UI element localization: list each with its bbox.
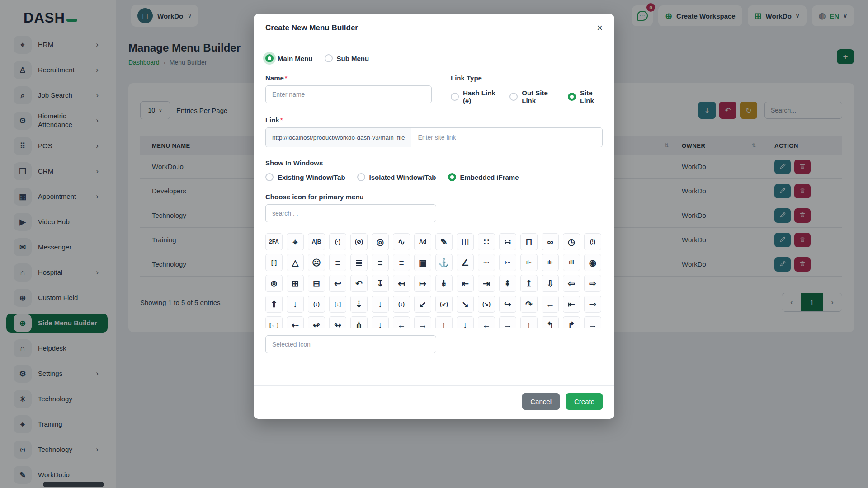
radio-isolated-window-tab[interactable]: Isolated Window/Tab — [357, 173, 436, 181]
icon-arrow-left-bar[interactable]: ⇤ — [563, 296, 580, 313]
icon-arrow-forward-up[interactable]: ↷ — [520, 296, 538, 313]
icon-arrow-big-right[interactable]: ⇨ — [584, 275, 601, 292]
radio-circle-icon — [265, 173, 274, 181]
icon-arrow-move-down[interactable]: ↓ — [372, 316, 389, 328]
menu-name-input[interactable] — [265, 85, 432, 103]
link-label: Link* — [265, 116, 603, 124]
icon-arrow-bar-to-left[interactable]: ⇤ — [457, 275, 474, 292]
icon-align-justified[interactable]: ≣ — [350, 254, 368, 271]
icon-aperture[interactable]: ◉ — [584, 254, 601, 271]
icon-arrow-bar-up[interactable]: ↥ — [520, 275, 538, 292]
radio-site-link[interactable]: Site Link — [568, 89, 603, 104]
icon-ambulance[interactable]: ▣ — [414, 254, 431, 271]
icon-arrow-ramp-left[interactable]: ↰ — [542, 316, 559, 328]
icon-arrow-bar-right[interactable]: ↦ — [414, 275, 431, 292]
icon-adjustments-horizontal[interactable]: ∺ — [499, 233, 516, 250]
icon-apple[interactable]: ⊚ — [265, 275, 283, 292]
icon-arrow-move-left[interactable]: ← — [393, 316, 410, 328]
name-field-group: Name* — [265, 74, 432, 104]
icon-alien[interactable]: ☹ — [308, 254, 325, 271]
icon-apps[interactable]: ⊞ — [287, 275, 304, 292]
icon-arrow-forward[interactable]: ↪ — [499, 296, 516, 313]
radio-hash-link[interactable]: Hash Link (#) — [451, 89, 498, 104]
icon-arrow-left-tail[interactable]: ⇠ — [287, 316, 304, 328]
icon-arrow-ramp-right[interactable]: ↱ — [563, 316, 580, 328]
icon-arrow-down-left-circle[interactable]: (↙) — [435, 296, 453, 313]
icon-arrow-narrow-up[interactable]: ↑ — [520, 316, 538, 328]
icon-arrow-narrow-right[interactable]: → — [499, 316, 516, 328]
radio-out-site-link[interactable]: Out Site Link — [509, 89, 556, 104]
icon-arrow-narrow-down[interactable]: ↓ — [457, 316, 474, 328]
icon-antenna-bars-2[interactable]: ı··· — [499, 254, 516, 271]
icon-antenna-bars-1[interactable]: ···· — [478, 254, 495, 271]
icon-access-point-off[interactable]: (⊘) — [350, 233, 368, 250]
icon-adjustments[interactable]: ∣∣∣ — [457, 233, 474, 250]
icon-arrow-big-up[interactable]: ⇧ — [265, 296, 283, 313]
icon-arrow-left[interactable]: ← — [542, 296, 559, 313]
icon-arrow-bar-down[interactable]: ↧ — [372, 275, 389, 292]
icon-affiliate[interactable]: ∞ — [542, 233, 559, 250]
icon-arrow-move-up[interactable]: ↑ — [435, 316, 453, 328]
icon-archive[interactable]: ⊟ — [308, 275, 325, 292]
icon-arrow-loop-left[interactable]: ↫ — [308, 316, 325, 328]
icon-arrow-back[interactable]: ↩ — [329, 275, 346, 292]
icon-ad[interactable]: Ad — [414, 233, 431, 250]
icon-ad-2[interactable]: ✎ — [435, 233, 453, 250]
icon-arrow-bar-left[interactable]: ↤ — [393, 275, 410, 292]
icon-antenna-bars-4[interactable]: ılı· — [542, 254, 559, 271]
icon-arrow-bottom-tail[interactable]: ⇣ — [350, 296, 368, 313]
icon-aerial-lift[interactable]: ⊓ — [520, 233, 538, 250]
icon-angle[interactable]: ∠ — [457, 254, 474, 271]
icon-alert-triangle[interactable]: △ — [287, 254, 304, 271]
icon-align-left[interactable]: ≡ — [372, 254, 389, 271]
icon-anchor[interactable]: ⚓ — [435, 254, 453, 271]
icon-arrow-bottom-bar[interactable]: ↓ — [287, 296, 304, 313]
icon-accessible[interactable]: ◎ — [372, 233, 389, 250]
link-type-radios: Hash Link (#) Out Site Link Site Link — [451, 89, 603, 104]
icon-align-right[interactable]: ≡ — [393, 254, 410, 271]
icon-arrow-big-down[interactable]: ⇩ — [542, 275, 559, 292]
cancel-button[interactable]: Cancel — [522, 393, 560, 410]
icon-arrow-bar-to-down[interactable]: ⇟ — [435, 275, 453, 292]
icon-arrow-down-right[interactable]: ↘ — [457, 296, 474, 313]
icon-alert-octagon[interactable]: [!] — [265, 254, 283, 271]
icon-arrow-down-left[interactable]: ↙ — [414, 296, 431, 313]
icon-arrow-down-right-circle[interactable]: (↘) — [478, 296, 495, 313]
icon-arrow-narrow-left[interactable]: ← — [478, 316, 495, 328]
radio-embedded-iframe[interactable]: Embedded iFrame — [448, 173, 519, 181]
icon-arrow-big-left[interactable]: ⇦ — [563, 275, 580, 292]
icon-focus-auto[interactable]: ⌖ — [287, 233, 304, 250]
icon-arrow-bar-to-right[interactable]: ⇥ — [478, 275, 495, 292]
icon-adjustments-alt[interactable]: ∷ — [478, 233, 495, 250]
icon-arrow-bar-to-up[interactable]: ⇞ — [499, 275, 516, 292]
icon-alert-circle[interactable]: (!) — [584, 233, 601, 250]
icon-access-point[interactable]: (·) — [329, 233, 346, 250]
icon-antenna-bars-3[interactable]: ıl·· — [520, 254, 538, 271]
icon-a-b[interactable]: A|B — [308, 233, 325, 250]
icon-antenna-bars-5[interactable]: ılll — [563, 254, 580, 271]
icon-arrow-down[interactable]: ↓ — [372, 296, 389, 313]
icon-arrow-back-up[interactable]: ↶ — [350, 275, 368, 292]
site-link-input[interactable] — [411, 128, 602, 147]
icon-arrow-loop-right[interactable]: ↬ — [329, 316, 346, 328]
icon-arrow-left-circle[interactable]: ⊸ — [584, 296, 601, 313]
radio-sub-menu[interactable]: Sub Menu — [325, 54, 369, 62]
icon-2fa[interactable]: 2FA — [265, 233, 283, 250]
icon-arrow-left-square[interactable]: [←] — [265, 316, 283, 328]
icon-alarm[interactable]: ◷ — [563, 233, 580, 250]
close-button[interactable]: × — [597, 23, 603, 33]
icon-search-input[interactable] — [265, 204, 436, 222]
create-button[interactable]: Create — [566, 393, 603, 410]
radio-existing-window-tab[interactable]: Existing Window/Tab — [265, 173, 345, 181]
icon-arrow-merge[interactable]: ⋔ — [350, 316, 368, 328]
icon-arrow-bottom-square[interactable]: [↓] — [329, 296, 346, 313]
icon-align-center[interactable]: ≡ — [329, 254, 346, 271]
link-type-label: Link Type — [451, 74, 603, 82]
selected-icon-input[interactable] — [265, 335, 436, 353]
radio-main-menu[interactable]: Main Menu — [265, 54, 313, 62]
icon-arrow-down-circle[interactable]: (↓) — [393, 296, 410, 313]
icon-arrow-right[interactable]: → — [584, 316, 601, 328]
icon-arrow-bottom-circle[interactable]: (↓) — [308, 296, 325, 313]
icon-activity[interactable]: ∿ — [393, 233, 410, 250]
icon-arrow-move-right[interactable]: → — [414, 316, 431, 328]
